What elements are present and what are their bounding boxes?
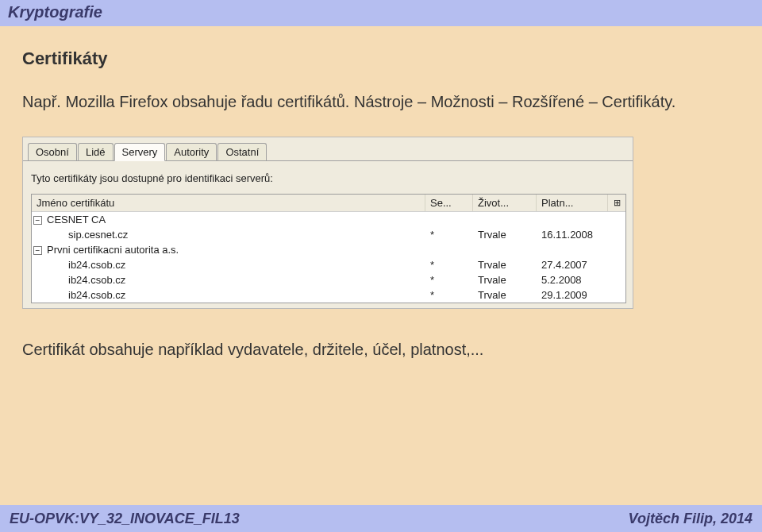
col-life[interactable]: Život... <box>473 195 537 211</box>
intro-paragraph: Např. Mozilla Firefox obsahuje řadu cert… <box>22 91 740 113</box>
collapse-icon[interactable]: − <box>33 216 42 225</box>
table-row[interactable]: ib24.csob.cz * Trvale 29.1.2009 <box>32 287 625 303</box>
cell-name: ib24.csob.cz <box>32 272 425 287</box>
tab-lide[interactable]: Lidé <box>78 143 114 160</box>
tab-strip: Osobní Lidé Servery Autority Ostatní <box>23 137 633 160</box>
cell-name: sip.cesnet.cz <box>32 227 425 242</box>
col-valid[interactable]: Platn... <box>537 195 608 211</box>
listview-header: Jméno certifikátu Se... Život... Platn..… <box>32 195 625 212</box>
table-row[interactable]: −CESNET CA <box>32 212 625 227</box>
cell-name: −CESNET CA <box>32 212 425 227</box>
tab-ostatni[interactable]: Ostatní <box>217 143 267 160</box>
col-config[interactable]: ⊞ <box>608 195 625 211</box>
cell-valid <box>537 212 608 227</box>
cell-se: * <box>425 227 473 242</box>
cell-se <box>425 242 473 257</box>
cell-life: Trvale <box>473 257 537 272</box>
col-se[interactable]: Se... <box>425 195 473 211</box>
listview-body: −CESNET CA sip.cesnet.cz * Trvale 16.11.… <box>32 212 625 303</box>
cell-life: Trvale <box>473 227 537 242</box>
cell-se: * <box>425 257 473 272</box>
cell-valid: 27.4.2007 <box>537 257 608 272</box>
outro-paragraph: Certifikát obsahuje například vydavatele… <box>22 341 740 359</box>
tab-description: Tyto certifikáty jsou dostupné pro ident… <box>31 172 626 184</box>
columns-config-icon: ⊞ <box>614 198 621 208</box>
col-name[interactable]: Jméno certifikátu <box>32 195 425 211</box>
table-row[interactable]: −Prvni certifikacni autorita a.s. <box>32 242 625 257</box>
section-title: Certifikáty <box>22 48 740 69</box>
tab-servery[interactable]: Servery <box>114 143 166 161</box>
page-footer: EU-OPVK:VY_32_INOVACE_FIL13 Vojtěch Fili… <box>0 505 762 532</box>
cell-valid <box>537 242 608 257</box>
cell-se <box>425 212 473 227</box>
cell-se: * <box>425 287 473 303</box>
table-row[interactable]: ib24.csob.cz * Trvale 27.4.2007 <box>32 257 625 272</box>
cell-name: ib24.csob.cz <box>32 287 425 303</box>
cell-valid: 16.11.2008 <box>537 227 608 242</box>
firefox-cert-screenshot: Osobní Lidé Servery Autority Ostatní Tyt… <box>22 137 633 309</box>
cell-life <box>473 212 537 227</box>
page-header: Kryptografie <box>0 0 762 26</box>
footer-left: EU-OPVK:VY_32_INOVACE_FIL13 <box>10 511 240 527</box>
cell-se: * <box>425 272 473 287</box>
page-title: Kryptografie <box>8 3 102 21</box>
certificate-listview[interactable]: Jméno certifikátu Se... Život... Platn..… <box>31 194 626 303</box>
content: Certifikáty Např. Mozilla Firefox obsahu… <box>0 26 762 359</box>
cell-name: ib24.csob.cz <box>32 257 425 272</box>
table-row[interactable]: ib24.csob.cz * Trvale 5.2.2008 <box>32 272 625 287</box>
cell-valid: 29.1.2009 <box>537 287 608 303</box>
table-row[interactable]: sip.cesnet.cz * Trvale 16.11.2008 <box>32 227 625 242</box>
cell-valid: 5.2.2008 <box>537 272 608 287</box>
cell-life: Trvale <box>473 287 537 303</box>
cell-name: −Prvni certifikacni autorita a.s. <box>32 242 425 257</box>
tab-autority[interactable]: Autority <box>166 143 217 160</box>
cell-life <box>473 242 537 257</box>
tab-body: Tyto certifikáty jsou dostupné pro ident… <box>23 160 633 308</box>
tab-osobni[interactable]: Osobní <box>28 143 77 160</box>
cell-life: Trvale <box>473 272 537 287</box>
collapse-icon[interactable]: − <box>33 246 42 255</box>
footer-right: Vojtěch Filip, 2014 <box>629 511 752 527</box>
